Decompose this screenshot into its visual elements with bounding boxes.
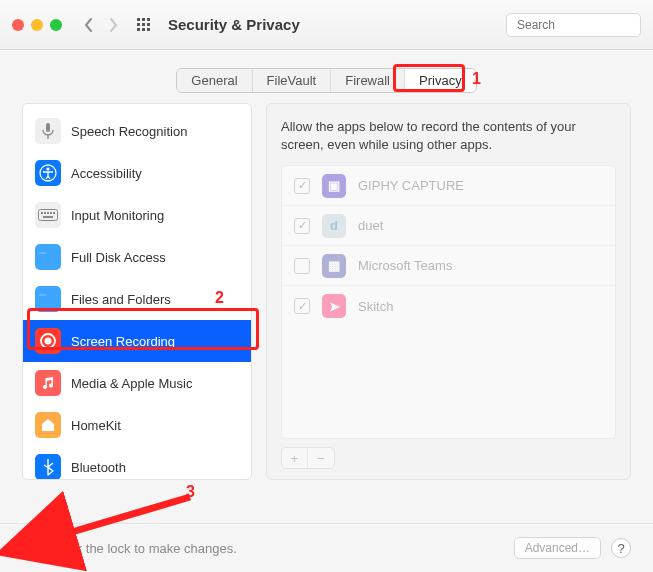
app-list[interactable]: ▣ GIPHY CAPTURE d duet ▦ Microsoft Teams… <box>281 165 616 439</box>
svg-rect-15 <box>39 210 58 221</box>
sidebar-item-label: Speech Recognition <box>71 124 187 139</box>
app-name: duet <box>358 218 383 233</box>
app-checkbox[interactable] <box>294 258 310 274</box>
app-row[interactable]: ➤ Skitch <box>282 286 615 326</box>
tab-firewall[interactable]: Firewall <box>331 69 405 92</box>
svg-rect-18 <box>47 212 49 214</box>
mic-icon <box>35 118 61 144</box>
segmented-control: General FileVault Firewall Privacy <box>176 68 476 93</box>
panel-description: Allow the apps below to record the conte… <box>281 118 616 153</box>
svg-point-14 <box>46 167 49 170</box>
content-area: Speech Recognition Accessibility Input M… <box>0 103 653 496</box>
toolbar: Security & Privacy <box>0 0 653 50</box>
svg-rect-4 <box>142 23 145 26</box>
sidebar-item-input-monitoring[interactable]: Input Monitoring <box>23 194 251 236</box>
sidebar-item-label: Bluetooth <box>71 460 126 475</box>
window-controls[interactable] <box>12 19 62 31</box>
sidebar-item-homekit[interactable]: HomeKit <box>23 404 251 446</box>
svg-rect-3 <box>137 23 140 26</box>
bluetooth-icon <box>35 454 61 480</box>
chevron-left-icon <box>83 17 95 33</box>
app-icon: ▣ <box>322 174 346 198</box>
home-icon <box>35 412 61 438</box>
tab-filevault[interactable]: FileVault <box>253 69 332 92</box>
remove-button[interactable]: − <box>308 448 334 468</box>
app-row[interactable]: ▣ GIPHY CAPTURE <box>282 166 615 206</box>
disk-icon <box>35 244 61 270</box>
app-icon: d <box>322 214 346 238</box>
app-name: Microsoft Teams <box>358 258 452 273</box>
sidebar-item-label: Media & Apple Music <box>71 376 192 391</box>
svg-rect-21 <box>43 216 53 218</box>
tab-general[interactable]: General <box>177 69 252 92</box>
nav-arrows <box>78 12 124 38</box>
app-checkbox[interactable] <box>294 218 310 234</box>
forward-button[interactable] <box>102 12 124 38</box>
svg-rect-20 <box>53 212 55 214</box>
app-icon: ➤ <box>322 294 346 318</box>
sidebar-item-label: HomeKit <box>71 418 121 433</box>
search-input[interactable] <box>517 18 653 32</box>
sidebar-item-label: Files and Folders <box>71 292 171 307</box>
back-button[interactable] <box>78 12 100 38</box>
folder-icon <box>35 286 61 312</box>
minimize-icon[interactable] <box>31 19 43 31</box>
svg-rect-1 <box>142 18 145 21</box>
advanced-button[interactable]: Advanced… <box>514 537 601 559</box>
lock-hint-text: Click the lock to make changes. <box>54 541 237 556</box>
search-field[interactable] <box>506 13 641 37</box>
add-button[interactable]: + <box>282 448 308 468</box>
keyboard-icon <box>35 202 61 228</box>
svg-rect-17 <box>44 212 46 214</box>
music-icon <box>35 370 61 396</box>
sidebar-item-full-disk-access[interactable]: Full Disk Access <box>23 236 251 278</box>
svg-rect-19 <box>50 212 52 214</box>
show-all-button[interactable] <box>134 15 154 35</box>
accessibility-icon <box>35 160 61 186</box>
svg-point-23 <box>45 338 52 345</box>
zoom-icon[interactable] <box>50 19 62 31</box>
svg-rect-8 <box>147 28 150 31</box>
lock-icon <box>23 538 43 560</box>
app-name: GIPHY CAPTURE <box>358 178 464 193</box>
sidebar-item-label: Accessibility <box>71 166 142 181</box>
add-remove-row: + − <box>281 447 616 469</box>
app-name: Skitch <box>358 299 393 314</box>
sidebar-item-speech-recognition[interactable]: Speech Recognition <box>23 110 251 152</box>
chevron-right-icon <box>107 17 119 33</box>
svg-rect-7 <box>142 28 145 31</box>
app-icon: ▦ <box>322 254 346 278</box>
tab-privacy[interactable]: Privacy <box>405 69 476 92</box>
sidebar-item-screen-recording[interactable]: Screen Recording <box>23 320 251 362</box>
svg-rect-5 <box>147 23 150 26</box>
svg-rect-16 <box>41 212 43 214</box>
svg-rect-11 <box>46 123 50 132</box>
page-title: Security & Privacy <box>168 16 300 33</box>
lock-button[interactable] <box>22 536 44 560</box>
sidebar-item-label: Screen Recording <box>71 334 175 349</box>
close-icon[interactable] <box>12 19 24 31</box>
detail-panel: Allow the apps below to record the conte… <box>266 103 631 480</box>
sidebar-item-files-folders[interactable]: Files and Folders <box>23 278 251 320</box>
app-checkbox[interactable] <box>294 298 310 314</box>
tab-bar: General FileVault Firewall Privacy <box>0 50 653 103</box>
app-checkbox[interactable] <box>294 178 310 194</box>
svg-rect-2 <box>147 18 150 21</box>
svg-rect-6 <box>137 28 140 31</box>
sidebar-item-bluetooth[interactable]: Bluetooth <box>23 446 251 480</box>
sidebar-item-label: Full Disk Access <box>71 250 166 265</box>
help-button[interactable]: ? <box>611 538 631 558</box>
sidebar-item-media-music[interactable]: Media & Apple Music <box>23 362 251 404</box>
grid-icon <box>136 17 152 33</box>
footer: Click the lock to make changes. Advanced… <box>0 523 653 572</box>
add-remove-control: + − <box>281 447 335 469</box>
sidebar-item-accessibility[interactable]: Accessibility <box>23 152 251 194</box>
app-row[interactable]: d duet <box>282 206 615 246</box>
record-icon <box>35 328 61 354</box>
app-row[interactable]: ▦ Microsoft Teams <box>282 246 615 286</box>
svg-rect-0 <box>137 18 140 21</box>
category-list[interactable]: Speech Recognition Accessibility Input M… <box>22 103 252 480</box>
sidebar-item-label: Input Monitoring <box>71 208 164 223</box>
